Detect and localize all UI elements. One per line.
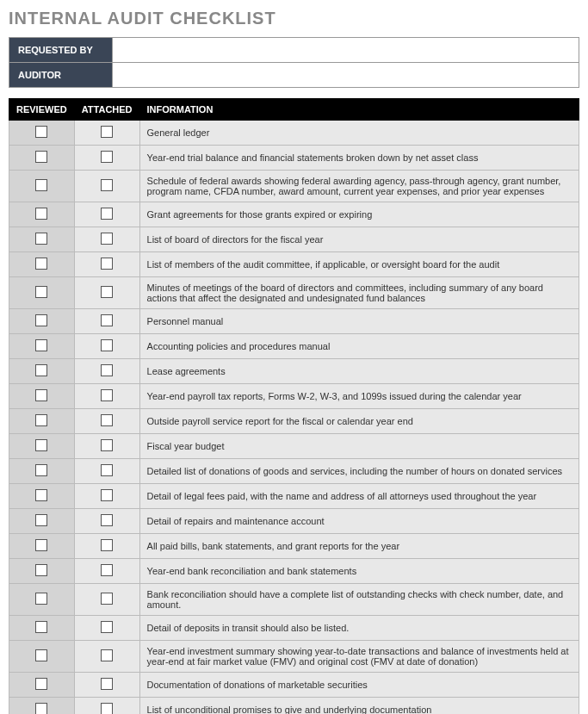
- attached-checkbox[interactable]: [101, 489, 113, 501]
- information-cell: Documentation of donations of marketable…: [139, 673, 579, 698]
- reviewed-checkbox[interactable]: [35, 514, 47, 526]
- attached-checkbox[interactable]: [101, 439, 113, 451]
- attached-checkbox[interactable]: [101, 564, 113, 576]
- attached-cell: [74, 277, 139, 309]
- reviewed-checkbox[interactable]: [35, 464, 47, 476]
- attached-checkbox[interactable]: [101, 464, 113, 476]
- attached-checkbox[interactable]: [101, 339, 113, 351]
- reviewed-checkbox[interactable]: [35, 621, 47, 633]
- reviewed-checkbox[interactable]: [35, 258, 47, 270]
- reviewed-checkbox[interactable]: [35, 339, 47, 351]
- reviewed-checkbox[interactable]: [35, 414, 47, 426]
- information-cell: All paid bills, bank statements, and gra…: [139, 534, 579, 559]
- attached-cell: [74, 202, 139, 227]
- attached-checkbox[interactable]: [101, 389, 113, 401]
- reviewed-checkbox[interactable]: [35, 286, 47, 298]
- attached-cell: [74, 434, 139, 459]
- reviewed-checkbox[interactable]: [35, 678, 47, 690]
- information-cell: Accounting policies and procedures manua…: [139, 334, 579, 359]
- reviewed-cell: [9, 459, 75, 484]
- attached-checkbox[interactable]: [101, 649, 113, 661]
- reviewed-cell: [9, 334, 75, 359]
- attached-checkbox[interactable]: [101, 126, 113, 138]
- attached-checkbox[interactable]: [101, 314, 113, 326]
- attached-cell: [74, 559, 139, 584]
- information-cell: Detailed list of donations of goods and …: [139, 459, 579, 484]
- attached-checkbox[interactable]: [101, 258, 113, 270]
- column-header-attached: ATTACHED: [74, 99, 139, 121]
- attached-checkbox[interactable]: [101, 414, 113, 426]
- attached-cell: [74, 534, 139, 559]
- table-row: General ledger: [9, 121, 579, 146]
- information-cell: Detail of repairs and maintenance accoun…: [139, 509, 579, 534]
- header-table: REQUESTED BY AUDITOR: [9, 37, 579, 88]
- reviewed-checkbox[interactable]: [35, 179, 47, 191]
- attached-checkbox[interactable]: [101, 703, 113, 714]
- information-cell: Outside payroll service report for the f…: [139, 409, 579, 434]
- reviewed-cell: [9, 584, 75, 616]
- reviewed-checkbox[interactable]: [35, 208, 47, 220]
- table-row: List of unconditional promises to give a…: [9, 698, 579, 715]
- table-row: Lease agreements: [9, 359, 579, 384]
- reviewed-checkbox[interactable]: [35, 489, 47, 501]
- reviewed-checkbox[interactable]: [35, 314, 47, 326]
- attached-cell: [74, 698, 139, 715]
- reviewed-checkbox[interactable]: [35, 439, 47, 451]
- attached-checkbox[interactable]: [101, 514, 113, 526]
- information-cell: Year-end investment summary showing year…: [139, 641, 579, 673]
- information-cell: List of board of directors for the fisca…: [139, 227, 579, 252]
- attached-checkbox[interactable]: [101, 364, 113, 376]
- table-row: Detail of deposits in transit should als…: [9, 616, 579, 641]
- reviewed-cell: [9, 146, 75, 171]
- information-cell: Grant agreements for those grants expire…: [139, 202, 579, 227]
- requested-by-input[interactable]: [113, 38, 579, 63]
- attached-cell: [74, 459, 139, 484]
- reviewed-checkbox[interactable]: [35, 564, 47, 576]
- reviewed-cell: [9, 509, 75, 534]
- table-row: Detail of repairs and maintenance accoun…: [9, 509, 579, 534]
- reviewed-cell: [9, 227, 75, 252]
- attached-checkbox[interactable]: [101, 539, 113, 551]
- attached-cell: [74, 227, 139, 252]
- attached-checkbox[interactable]: [101, 678, 113, 690]
- table-row: Schedule of federal awards showing feder…: [9, 171, 579, 202]
- reviewed-cell: [9, 559, 75, 584]
- information-cell: Lease agreements: [139, 359, 579, 384]
- reviewed-cell: [9, 698, 75, 715]
- attached-cell: [74, 509, 139, 534]
- page-title: INTERNAL AUDIT CHECKLIST: [9, 9, 579, 28]
- attached-checkbox[interactable]: [101, 179, 113, 191]
- reviewed-checkbox[interactable]: [35, 233, 47, 245]
- reviewed-cell: [9, 434, 75, 459]
- reviewed-checkbox[interactable]: [35, 703, 47, 714]
- attached-cell: [74, 121, 139, 146]
- attached-checkbox[interactable]: [101, 151, 113, 163]
- attached-checkbox[interactable]: [101, 286, 113, 298]
- reviewed-checkbox[interactable]: [35, 539, 47, 551]
- reviewed-cell: [9, 409, 75, 434]
- attached-checkbox[interactable]: [101, 621, 113, 633]
- reviewed-cell: [9, 616, 75, 641]
- attached-cell: [74, 384, 139, 409]
- attached-cell: [74, 171, 139, 202]
- reviewed-checkbox[interactable]: [35, 389, 47, 401]
- table-row: Accounting policies and procedures manua…: [9, 334, 579, 359]
- attached-cell: [74, 584, 139, 616]
- attached-checkbox[interactable]: [101, 233, 113, 245]
- attached-cell: [74, 673, 139, 698]
- attached-checkbox[interactable]: [101, 593, 113, 605]
- information-cell: Year-end bank reconciliation and bank st…: [139, 559, 579, 584]
- auditor-label: AUDITOR: [9, 63, 113, 88]
- reviewed-checkbox[interactable]: [35, 126, 47, 138]
- reviewed-checkbox[interactable]: [35, 649, 47, 661]
- reviewed-cell: [9, 309, 75, 334]
- column-header-information: INFORMATION: [139, 99, 579, 121]
- reviewed-checkbox[interactable]: [35, 151, 47, 163]
- reviewed-checkbox[interactable]: [35, 364, 47, 376]
- attached-checkbox[interactable]: [101, 208, 113, 220]
- auditor-input[interactable]: [113, 63, 579, 88]
- attached-cell: [74, 359, 139, 384]
- reviewed-cell: [9, 359, 75, 384]
- information-cell: General ledger: [139, 121, 579, 146]
- reviewed-checkbox[interactable]: [35, 593, 47, 605]
